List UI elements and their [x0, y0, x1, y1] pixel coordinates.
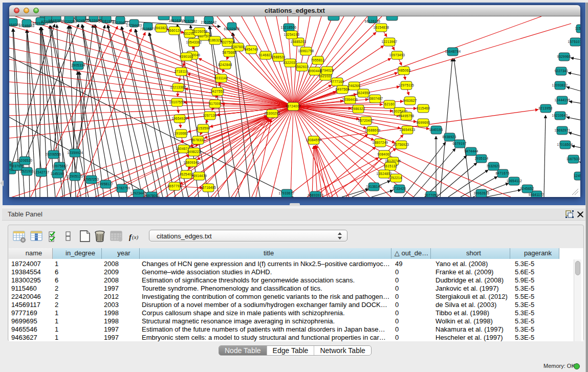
svg-text:23226058: 23226058 [192, 30, 208, 33]
svg-text:82226: 82226 [9, 163, 12, 167]
svg-text:10756923: 10756923 [394, 143, 409, 146]
svg-text:13218506: 13218506 [281, 26, 297, 29]
svg-text:19654925: 19654925 [172, 117, 188, 120]
svg-text:10807487: 10807487 [367, 97, 383, 100]
svg-text:10688609: 10688609 [365, 128, 381, 132]
svg-text:817006: 817006 [209, 102, 221, 105]
svg-text:3077052: 3077052 [425, 193, 439, 197]
svg-text:2935114: 2935114 [475, 157, 489, 160]
svg-text:746266: 746266 [348, 84, 360, 87]
svg-text:1145190: 1145190 [51, 172, 64, 176]
svg-text:9777169: 9777169 [331, 80, 344, 83]
svg-text:15032582: 15032582 [182, 19, 198, 23]
svg-text:66126116: 66126116 [365, 19, 380, 23]
svg-text:9699695: 9699695 [417, 121, 430, 124]
svg-text:1167533: 1167533 [567, 157, 580, 161]
svg-text:9657791: 9657791 [168, 184, 182, 188]
svg-text:6497568: 6497568 [336, 87, 350, 91]
svg-text:7955812: 7955812 [311, 58, 325, 62]
svg-text:16961758: 16961758 [298, 49, 314, 53]
svg-text:10975867: 10975867 [52, 164, 68, 168]
svg-text:15751074: 15751074 [568, 40, 580, 43]
svg-text:14136141: 14136141 [366, 185, 382, 188]
svg-text:62160: 62160 [384, 102, 394, 106]
svg-text:124501: 124501 [574, 174, 580, 178]
svg-text:25300293: 25300293 [265, 112, 280, 115]
svg-text:12444195: 12444195 [555, 98, 571, 102]
svg-text:10973493: 10973493 [389, 53, 405, 57]
svg-text:8186328: 8186328 [208, 38, 222, 42]
svg-text:6794028: 6794028 [320, 69, 334, 72]
svg-text:12093822: 12093822 [552, 83, 568, 87]
svg-text:8322037: 8322037 [284, 61, 297, 64]
svg-text:2718110: 2718110 [175, 70, 188, 73]
svg-text:3498222: 3498222 [187, 150, 201, 154]
svg-text:16782759: 16782759 [115, 186, 130, 190]
svg-text:17784483: 17784483 [126, 24, 142, 27]
svg-text:20206556: 20206556 [46, 152, 61, 156]
svg-text:12359924: 12359924 [68, 151, 83, 155]
svg-text:16914479: 16914479 [191, 174, 207, 178]
svg-text:18724007: 18724007 [286, 104, 301, 108]
svg-text:7663822: 7663822 [155, 26, 168, 30]
svg-text:8242848: 8242848 [219, 63, 232, 67]
svg-text:9427552: 9427552 [211, 90, 225, 93]
svg-text:17957253: 17957253 [83, 178, 99, 181]
svg-text:252214: 252214 [390, 176, 402, 180]
svg-text:10543382: 10543382 [186, 40, 202, 44]
svg-text:16210643: 16210643 [552, 114, 568, 117]
svg-text:3624554: 3624554 [357, 91, 371, 95]
svg-text:9329966: 9329966 [557, 55, 571, 58]
svg-text:13254193: 13254193 [284, 33, 300, 36]
svg-text:9245652: 9245652 [520, 187, 534, 190]
svg-text:94641177: 94641177 [529, 193, 544, 196]
svg-text:9115460: 9115460 [417, 106, 430, 110]
svg-text:78106871: 78106871 [140, 27, 156, 31]
svg-text:1151064: 1151064 [575, 27, 580, 30]
svg-text:3267130: 3267130 [203, 114, 217, 117]
svg-text:16809346: 16809346 [184, 161, 200, 164]
svg-text:8471676: 8471676 [496, 171, 510, 175]
svg-text:12975115: 12975115 [399, 83, 414, 87]
svg-text:13654923: 13654923 [400, 128, 416, 132]
svg-text:9146821: 9146821 [259, 53, 273, 57]
svg-text:10654112: 10654112 [507, 179, 522, 183]
svg-text:16648784: 16648784 [445, 50, 461, 53]
svg-text:18807249: 18807249 [373, 141, 388, 144]
svg-text:85893910: 85893910 [308, 193, 324, 197]
svg-text:15716485: 15716485 [201, 186, 216, 189]
svg-text:13524851: 13524851 [377, 172, 393, 176]
svg-text:14495758: 14495758 [399, 114, 415, 118]
svg-text:2367608: 2367608 [231, 45, 245, 49]
svg-text:1562615: 1562615 [295, 65, 309, 69]
svg-text:1733426: 1733426 [393, 187, 406, 190]
svg-text:10107553: 10107553 [169, 100, 185, 104]
svg-text:15720407: 15720407 [358, 119, 374, 122]
svg-text:7485063: 7485063 [397, 69, 411, 72]
svg-text:(x): (x) [132, 234, 139, 240]
svg-text:9153594: 9153594 [197, 126, 210, 130]
svg-text:1916682: 1916682 [175, 132, 188, 135]
svg-text:66978001: 66978001 [144, 194, 160, 197]
svg-text:9227341: 9227341 [555, 69, 569, 73]
svg-text:6679197: 6679197 [453, 142, 467, 145]
svg-text:12905135: 12905135 [68, 174, 83, 178]
svg-text:68202938: 68202938 [224, 27, 240, 31]
svg-text:9474444: 9474444 [465, 149, 478, 153]
svg-text:5875685: 5875685 [223, 51, 236, 54]
svg-text:39962626: 39962626 [474, 191, 490, 195]
svg-text:7632621: 7632621 [487, 164, 500, 168]
svg-text:17016504: 17016504 [557, 143, 573, 146]
svg-text:20364436: 20364436 [342, 98, 358, 101]
svg-text:8660124: 8660124 [168, 29, 182, 32]
svg-text:8938923: 8938923 [443, 135, 456, 139]
svg-text:9084067: 9084067 [378, 152, 391, 156]
svg-text:10958127: 10958127 [98, 182, 114, 186]
svg-text:8678332: 8678332 [191, 138, 205, 142]
svg-text:7986322: 7986322 [352, 107, 365, 111]
svg-text:12342737: 12342737 [34, 170, 50, 174]
svg-text:16154838: 16154838 [374, 26, 389, 29]
svg-text:9463627: 9463627 [403, 99, 417, 102]
svg-text:12213967: 12213967 [382, 40, 398, 43]
svg-text:8213958: 8213958 [539, 106, 553, 110]
